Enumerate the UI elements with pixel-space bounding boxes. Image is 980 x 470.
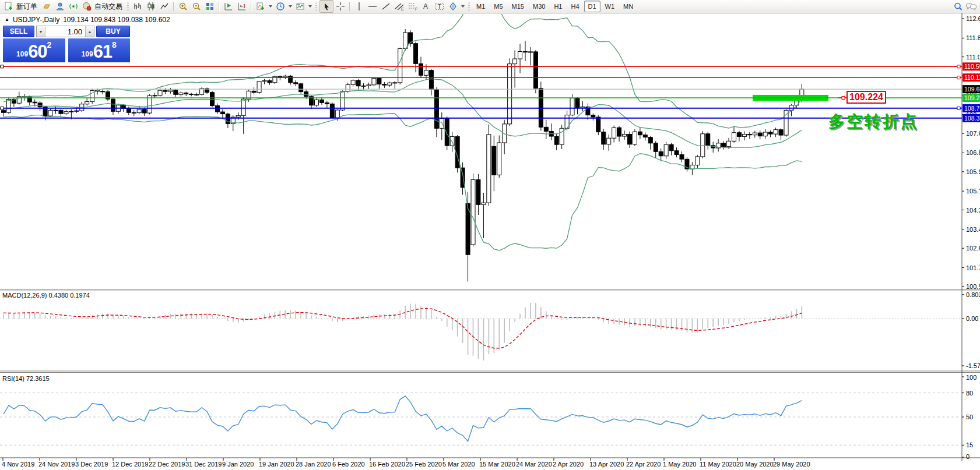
svg-text:112.690: 112.690 <box>966 15 980 22</box>
svg-text:105.990: 105.990 <box>966 168 980 175</box>
svg-text:4 Nov 2019: 4 Nov 2019 <box>2 461 34 468</box>
svg-text:2 Apr 2020: 2 Apr 2020 <box>553 461 584 468</box>
rsi-indicator-label: RSI(14) 72.3615 <box>2 375 50 382</box>
svg-text:108.768: 108.768 <box>964 105 980 112</box>
svg-text:28 Jan 2020: 28 Jan 2020 <box>296 461 331 468</box>
svg-text:29 May 2020: 29 May 2020 <box>773 461 810 468</box>
volume-decrease-button[interactable]: ▼ <box>37 26 45 37</box>
svg-text:16 Feb 2020: 16 Feb 2020 <box>369 461 405 468</box>
svg-text:3 Dec 2019: 3 Dec 2019 <box>75 461 108 468</box>
macd-indicator-label: MACD(12,26,9) 0.4380 0.1974 <box>2 292 90 299</box>
svg-text:106.815: 106.815 <box>966 149 980 156</box>
buy-button[interactable]: BUY <box>96 26 130 37</box>
buy-price-main: 61 <box>93 43 112 61</box>
svg-text:24 Nov 2019: 24 Nov 2019 <box>38 461 75 468</box>
svg-text:107.665: 107.665 <box>966 130 980 137</box>
svg-text:111.015: 111.015 <box>966 54 980 61</box>
svg-text:24 Mar 2020: 24 Mar 2020 <box>516 461 552 468</box>
buy-price-prefix: 109 <box>82 48 93 61</box>
svg-text:6 Feb 2020: 6 Feb 2020 <box>332 461 365 468</box>
sell-price-main: 60 <box>28 43 47 61</box>
svg-text:22 Apr 2020: 22 Apr 2020 <box>626 461 661 468</box>
svg-text:109.602: 109.602 <box>964 86 980 93</box>
chart-title: ▲ USDJPY-,Daily 109.134 109.843 109.038 … <box>5 16 170 24</box>
svg-text:15: 15 <box>966 441 973 448</box>
svg-text:31 Dec 2019: 31 Dec 2019 <box>185 461 222 468</box>
svg-text:100.965: 100.965 <box>966 283 980 290</box>
volume-input[interactable]: ▼ 1.00 ▲ <box>36 26 94 37</box>
svg-text:100: 100 <box>966 374 977 381</box>
svg-text:9 Jan 2020: 9 Jan 2020 <box>222 461 254 468</box>
svg-text:103.465: 103.465 <box>966 226 980 233</box>
sell-price-prefix: 109 <box>16 48 28 61</box>
svg-text:0.00: 0.00 <box>966 315 978 322</box>
svg-text:19 Jan 2020: 19 Jan 2020 <box>259 461 294 468</box>
svg-text:11 May 2020: 11 May 2020 <box>700 461 736 468</box>
volume-value[interactable]: 1.00 <box>45 26 85 37</box>
one-click-trading-panel: SELL ▼ 1.00 ▲ BUY 109602 109618 <box>3 26 130 62</box>
svg-text:110.110: 110.110 <box>964 74 980 81</box>
svg-text:25 Feb 2020: 25 Feb 2020 <box>406 461 442 468</box>
sell-price-sup: 2 <box>47 41 52 48</box>
symbol-period-label: USDJPY-,Daily <box>13 16 59 24</box>
svg-text:5 Mar 2020: 5 Mar 2020 <box>442 461 475 468</box>
chart-canvas[interactable]: 112.690111.840111.015110.190109.340108.4… <box>0 0 980 470</box>
price-level-label-box[interactable]: 109.224 <box>846 91 886 104</box>
svg-text:104.315: 104.315 <box>966 207 980 214</box>
volume-increase-button[interactable]: ▲ <box>85 26 94 37</box>
chinese-annotation-text: 多空转折点 <box>828 111 919 133</box>
mt4-window: 新订单 自动交易 <box>0 0 980 470</box>
buy-price-display[interactable]: 109618 <box>68 38 131 62</box>
svg-text:108.337: 108.337 <box>964 115 980 122</box>
sell-button[interactable]: SELL <box>3 26 34 37</box>
svg-text:12 Dec 2019: 12 Dec 2019 <box>112 461 148 468</box>
sell-price-display[interactable]: 109602 <box>3 38 65 62</box>
buy-price-sup: 8 <box>112 41 117 48</box>
svg-text:50: 50 <box>966 414 973 420</box>
svg-text:1 May 2020: 1 May 2020 <box>663 461 696 468</box>
svg-text:-1.5784: -1.5784 <box>966 362 980 369</box>
svg-text:102.640: 102.640 <box>966 245 980 252</box>
svg-text:0.8034: 0.8034 <box>966 291 980 298</box>
svg-text:101.790: 101.790 <box>966 264 980 271</box>
svg-text:111.840: 111.840 <box>966 34 980 41</box>
svg-text:15 Mar 2020: 15 Mar 2020 <box>479 461 515 468</box>
svg-text:20 May 2020: 20 May 2020 <box>736 461 774 468</box>
ohlc-values: 109.134 109.843 109.038 109.602 <box>63 16 170 24</box>
collapse-triangle-icon[interactable]: ▲ <box>5 17 9 22</box>
svg-text:0: 0 <box>966 453 970 460</box>
svg-text:105.140: 105.140 <box>966 188 980 195</box>
svg-text:80: 80 <box>966 390 973 397</box>
svg-text:13 Apr 2020: 13 Apr 2020 <box>589 461 624 468</box>
svg-text:22 Dec 2019: 22 Dec 2019 <box>149 461 185 468</box>
svg-text:109.224: 109.224 <box>964 94 980 101</box>
svg-text:110.592: 110.592 <box>964 63 980 70</box>
